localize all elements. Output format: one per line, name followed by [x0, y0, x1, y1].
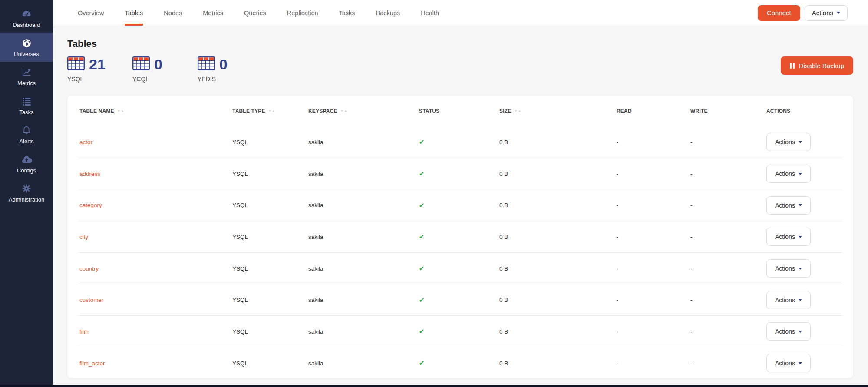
column-header[interactable]: KEYSPACE ▼▲: [308, 108, 419, 114]
sidebar-item-label: Tasks: [19, 109, 33, 116]
gauge-icon: [21, 8, 32, 20]
row-actions-dropdown-button[interactable]: Actions: [766, 322, 811, 341]
pause-icon: [790, 63, 795, 69]
table-grid-icon: [198, 56, 215, 72]
keyspace-cell: sakila: [308, 328, 419, 335]
row-actions-dropdown-button[interactable]: Actions: [766, 133, 811, 151]
write-cell: -: [690, 202, 766, 208]
sort-icon[interactable]: ▼▲: [117, 109, 125, 113]
sidebar-item-tasks[interactable]: Tasks: [0, 91, 53, 120]
write-cell: -: [690, 360, 766, 367]
sidebar: Dashboard Universes Metrics: [0, 0, 53, 387]
write-cell: -: [690, 265, 766, 272]
table-name-link[interactable]: film: [79, 328, 89, 335]
table-name-link[interactable]: city: [79, 234, 88, 240]
tab[interactable]: Metrics: [192, 0, 234, 26]
column-header[interactable]: STATUS ▼▲: [419, 108, 499, 114]
tab[interactable]: Tables: [114, 0, 153, 26]
sidebar-item-configs[interactable]: Configs: [0, 149, 53, 178]
status-check-icon: ✔: [419, 296, 425, 304]
sort-icon[interactable]: ▼▲: [268, 109, 276, 113]
write-cell: -: [690, 328, 766, 335]
tab[interactable]: Health: [410, 0, 449, 26]
table-row: actor YSQL sakila ✔ 0 B - - Actions: [67, 126, 853, 158]
sort-icon[interactable]: ▼▲: [514, 109, 521, 113]
sidebar-item-label: Universes: [14, 51, 39, 57]
sort-icon[interactable]: ▼▲: [340, 109, 348, 113]
globe-icon: [21, 37, 32, 49]
table-row: customer YSQL sakila ✔ 0 B - - Actions: [67, 284, 853, 316]
table-counts: 21 YSQL: [67, 56, 263, 83]
sidebar-item-label: Configs: [17, 167, 36, 174]
table-count-label: YEDIS: [198, 76, 263, 83]
sidebar-item-universes[interactable]: Universes: [0, 33, 53, 62]
status-check-icon: ✔: [419, 202, 425, 209]
column-header[interactable]: TABLE NAME ▼▲: [79, 108, 232, 114]
tab[interactable]: Replication: [277, 0, 329, 26]
read-cell: -: [617, 171, 690, 177]
row-actions-dropdown-button[interactable]: Actions: [766, 165, 811, 183]
size-cell: 0 B: [499, 139, 617, 146]
status-check-icon: ✔: [419, 359, 425, 367]
connect-button[interactable]: Connect: [758, 5, 800, 21]
table-count-stat: 21 YSQL: [67, 56, 132, 83]
status-check-icon: ✔: [419, 170, 425, 177]
keyspace-cell: sakila: [308, 171, 419, 177]
size-cell: 0 B: [499, 265, 617, 272]
keyspace-cell: sakila: [308, 297, 419, 303]
table-name-link[interactable]: category: [79, 202, 102, 208]
column-header[interactable]: TABLE TYPE ▼▲: [232, 108, 308, 114]
tab[interactable]: Nodes: [153, 0, 192, 26]
row-actions-dropdown-button[interactable]: Actions: [766, 354, 811, 372]
column-header[interactable]: SIZE ▼▲: [499, 108, 617, 114]
chevron-down-icon: [799, 299, 802, 301]
write-cell: -: [690, 234, 766, 240]
row-actions-dropdown-button[interactable]: Actions: [766, 228, 811, 246]
write-cell: -: [690, 139, 766, 146]
read-cell: -: [617, 139, 690, 146]
column-header[interactable]: ACTIONS ▼▲: [766, 108, 841, 114]
table-name-link[interactable]: customer: [79, 297, 104, 303]
sidebar-item-administration[interactable]: Administration: [0, 178, 53, 207]
table-count-value: 21: [89, 57, 106, 72]
sidebar-item-alerts[interactable]: Alerts: [0, 120, 53, 149]
sidebar-item-label: Alerts: [19, 138, 33, 145]
size-cell: 0 B: [499, 171, 617, 177]
column-header[interactable]: WRITE ▼▲: [690, 108, 766, 114]
tab[interactable]: Tasks: [329, 0, 366, 26]
column-header[interactable]: READ ▼▲: [617, 108, 690, 114]
row-actions-dropdown-button[interactable]: Actions: [766, 291, 811, 309]
disable-backup-button[interactable]: Disable Backup: [781, 56, 853, 75]
table-name-link[interactable]: actor: [79, 139, 92, 146]
status-check-icon: ✔: [419, 265, 425, 272]
chevron-down-icon: [799, 268, 802, 270]
table-count-label: YCQL: [132, 76, 198, 83]
chevron-down-icon: [799, 173, 802, 175]
table-count-label: YSQL: [67, 76, 132, 83]
table-type-cell: YSQL: [232, 297, 308, 303]
actions-dropdown-button[interactable]: Actions: [805, 5, 848, 21]
write-cell: -: [690, 297, 766, 303]
status-check-icon: ✔: [419, 233, 425, 240]
table-header-row: TABLE NAME ▼▲ TABLE TYPE ▼▲ KEYSPACE ▼▲ …: [67, 96, 853, 126]
tab[interactable]: Overview: [67, 0, 114, 26]
tab[interactable]: Queries: [234, 0, 277, 26]
read-cell: -: [617, 328, 690, 335]
row-actions-dropdown-button[interactable]: Actions: [766, 259, 811, 278]
table-row: city YSQL sakila ✔ 0 B - - Actions: [67, 221, 853, 253]
sidebar-item-metrics[interactable]: Metrics: [0, 62, 53, 91]
tables-list-card: TABLE NAME ▼▲ TABLE TYPE ▼▲ KEYSPACE ▼▲ …: [67, 96, 853, 378]
table-row: country YSQL sakila ✔ 0 B - - Actions: [67, 253, 853, 284]
keyspace-cell: sakila: [308, 265, 419, 272]
table-count-value: 0: [154, 57, 162, 72]
sidebar-item-dashboard[interactable]: Dashboard: [0, 3, 53, 33]
table-name-link[interactable]: country: [79, 265, 99, 272]
table-name-link[interactable]: film_actor: [79, 360, 105, 367]
table-type-cell: YSQL: [232, 328, 308, 335]
tabs: Overview Tables Nodes Metrics Queries Re…: [67, 0, 449, 26]
table-type-cell: YSQL: [232, 171, 308, 177]
row-actions-dropdown-button[interactable]: Actions: [766, 196, 811, 215]
tab[interactable]: Backups: [366, 0, 411, 26]
table-name-link[interactable]: address: [79, 171, 100, 177]
chevron-down-icon: [799, 141, 802, 143]
